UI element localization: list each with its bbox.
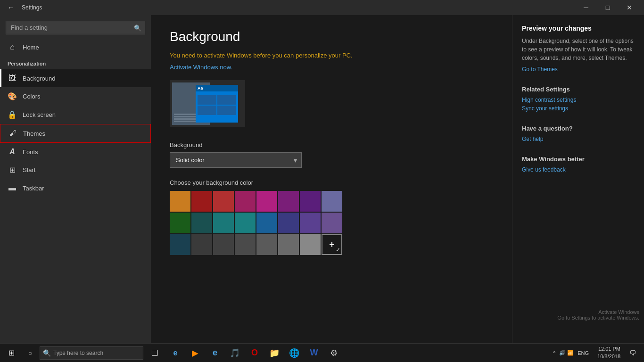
color-swatch[interactable] bbox=[191, 213, 212, 233]
sidebar-item-label: Background bbox=[23, 75, 55, 82]
taskbar-app-music[interactable]: 🎵 bbox=[225, 344, 244, 362]
preview-thumbnail: Aa bbox=[170, 80, 245, 127]
color-swatch[interactable] bbox=[300, 234, 321, 255]
taskbar-app-ie[interactable]: e bbox=[206, 344, 224, 362]
taskbar-app-vlc[interactable]: ▶ bbox=[186, 344, 205, 362]
color-section-label: Choose your background color bbox=[170, 179, 493, 186]
color-swatch[interactable] bbox=[322, 213, 342, 233]
sidebar-item-label: Fonts bbox=[23, 148, 38, 156]
systray-expand: ^ bbox=[553, 350, 555, 356]
taskbar-app-settings[interactable]: ⚙ bbox=[324, 344, 343, 362]
time-display: 12:01 PM bbox=[597, 346, 620, 353]
color-swatch[interactable] bbox=[256, 213, 277, 233]
systray[interactable]: ^ 🔊 📶 ENG bbox=[549, 344, 593, 362]
color-swatch[interactable] bbox=[191, 191, 212, 212]
high-contrast-link[interactable]: High contrast settings bbox=[522, 97, 635, 103]
color-swatch[interactable] bbox=[278, 234, 299, 255]
taskbar: ⊞ ○ 🔍 Type here to search ❑ e ▶ e 🎵 O 📁 … bbox=[0, 343, 644, 362]
color-swatch[interactable] bbox=[256, 234, 277, 255]
activate-windows-link[interactable]: Activate Windows now. bbox=[170, 64, 232, 71]
color-swatch[interactable] bbox=[256, 191, 277, 212]
sidebar-item-themes[interactable]: 🖌 Themes bbox=[0, 124, 151, 143]
cortana-icon[interactable]: ○ bbox=[23, 344, 38, 362]
background-section-label: Background bbox=[170, 141, 493, 148]
taskbar-app-opera[interactable]: O bbox=[245, 344, 264, 362]
notification-button[interactable]: 🗨 bbox=[625, 344, 640, 362]
preview-section: Preview your changes Under Background, s… bbox=[522, 25, 635, 73]
sidebar-item-colors[interactable]: 🎨 Colors bbox=[0, 87, 151, 106]
color-swatch[interactable] bbox=[213, 191, 234, 212]
sidebar-item-lock-screen[interactable]: 🔒 Lock screen bbox=[0, 106, 151, 124]
color-swatch[interactable] bbox=[322, 191, 342, 212]
sidebar-item-background[interactable]: 🖼 Background bbox=[0, 69, 151, 87]
background-dropdown[interactable]: Solid color Picture Slideshow bbox=[170, 152, 302, 168]
thumb-tile bbox=[217, 106, 236, 115]
color-swatch[interactable] bbox=[278, 191, 299, 212]
color-swatch[interactable] bbox=[235, 191, 256, 212]
sidebar-heading: Personalization bbox=[0, 56, 151, 69]
taskbar-app-edge[interactable]: e bbox=[166, 344, 185, 362]
titlebar-controls: ─ □ ✕ bbox=[575, 0, 640, 15]
titlebar-title: Settings bbox=[22, 4, 42, 11]
taskbar-search-placeholder: Type here to search bbox=[53, 350, 103, 356]
related-settings-section: Related Settings High contrast settings … bbox=[522, 86, 635, 112]
close-button[interactable]: ✕ bbox=[619, 0, 640, 15]
activate-watermark: Activate Windows Go to Settings to activ… bbox=[557, 309, 639, 321]
color-swatch[interactable] bbox=[170, 191, 190, 212]
color-swatch[interactable] bbox=[170, 213, 190, 233]
sync-settings-link[interactable]: Sync your settings bbox=[522, 105, 635, 112]
watermark-line2: Go to Settings to activate Windows. bbox=[557, 315, 639, 321]
have-question-section: Have a question? Get help bbox=[522, 125, 635, 142]
thumb-aa-label: Aa bbox=[198, 86, 203, 90]
start-button[interactable]: ⊞ bbox=[0, 344, 23, 362]
color-swatch[interactable] bbox=[300, 191, 321, 212]
color-swatch[interactable] bbox=[278, 213, 299, 233]
maximize-button[interactable]: □ bbox=[597, 0, 619, 15]
preview-title: Preview your changes bbox=[522, 25, 635, 32]
sidebar-item-fonts[interactable]: A Fonts bbox=[0, 143, 151, 161]
taskbar-app-chrome[interactable]: 🌐 bbox=[285, 344, 304, 362]
taskbar-search[interactable]: 🔍 Type here to search bbox=[40, 346, 143, 360]
sidebar-item-start[interactable]: ⊞ Start bbox=[0, 161, 151, 179]
color-swatch-custom[interactable] bbox=[322, 234, 342, 255]
get-help-link[interactable]: Get help bbox=[522, 136, 635, 142]
color-swatch[interactable] bbox=[213, 234, 234, 255]
thumb-tile bbox=[198, 106, 216, 115]
clock[interactable]: 12:01 PM 10/8/2018 bbox=[594, 346, 624, 360]
sidebar-item-label: Taskbar bbox=[23, 185, 44, 192]
taskbar-app-word[interactable]: W bbox=[305, 344, 323, 362]
color-swatch[interactable] bbox=[235, 213, 256, 233]
color-swatch[interactable] bbox=[235, 234, 256, 255]
taskbar-apps: e ▶ e 🎵 O 📁 🌐 W ⚙ bbox=[166, 344, 343, 362]
preview-description: Under Background, select one of the opti… bbox=[522, 37, 635, 62]
start-icon: ⊞ bbox=[8, 165, 17, 174]
fonts-icon: A bbox=[8, 148, 17, 156]
task-view-button[interactable]: ❑ bbox=[145, 344, 164, 362]
back-button[interactable]: ← bbox=[4, 2, 18, 13]
go-to-themes-link[interactable]: Go to Themes bbox=[522, 66, 635, 73]
taskbar-app-files[interactable]: 📁 bbox=[265, 344, 284, 362]
sidebar-item-home[interactable]: ⌂ Home bbox=[0, 38, 151, 56]
color-swatch[interactable] bbox=[191, 234, 212, 255]
minimize-button[interactable]: ─ bbox=[575, 0, 597, 15]
feedback-link[interactable]: Give us feedback bbox=[522, 166, 635, 173]
taskbar-search-icon: 🔍 bbox=[40, 349, 53, 357]
have-question-title: Have a question? bbox=[522, 125, 635, 132]
main-area: Background You need to activate Windows … bbox=[151, 15, 644, 343]
custom-color-icon bbox=[329, 241, 335, 248]
sidebar-item-taskbar[interactable]: ▬ Taskbar bbox=[0, 179, 151, 197]
taskbar-right: ^ 🔊 📶 ENG 12:01 PM 10/8/2018 🗨 bbox=[549, 344, 644, 362]
activation-warning: You need to activate Windows before you … bbox=[170, 52, 493, 59]
search-input[interactable] bbox=[6, 21, 145, 34]
color-swatch[interactable] bbox=[300, 213, 321, 233]
color-swatch[interactable] bbox=[213, 213, 234, 233]
background-dropdown-wrapper: Solid color Picture Slideshow ▾ bbox=[170, 152, 302, 168]
color-swatch[interactable] bbox=[170, 234, 190, 255]
lock-icon: 🔒 bbox=[8, 110, 17, 119]
sidebar-item-label: Colors bbox=[23, 93, 41, 100]
right-panel: Preview your changes Under Background, s… bbox=[512, 15, 644, 343]
search-container: 🔍 bbox=[6, 21, 145, 34]
systray-icons: 🔊 📶 bbox=[559, 350, 574, 356]
thumb-tile bbox=[217, 95, 236, 105]
background-icon: 🖼 bbox=[8, 74, 17, 82]
